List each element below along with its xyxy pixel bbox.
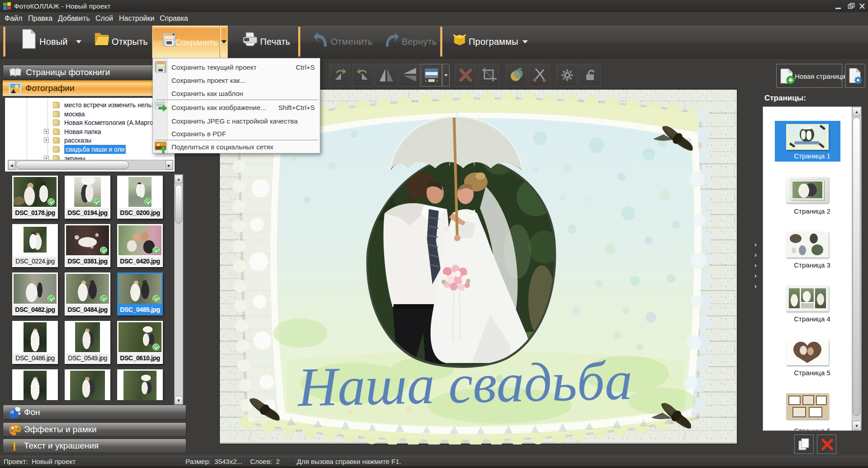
svg-text:Наша свадьба: Наша свадьба — [296, 349, 633, 418]
svg-text:T: T — [10, 440, 19, 453]
